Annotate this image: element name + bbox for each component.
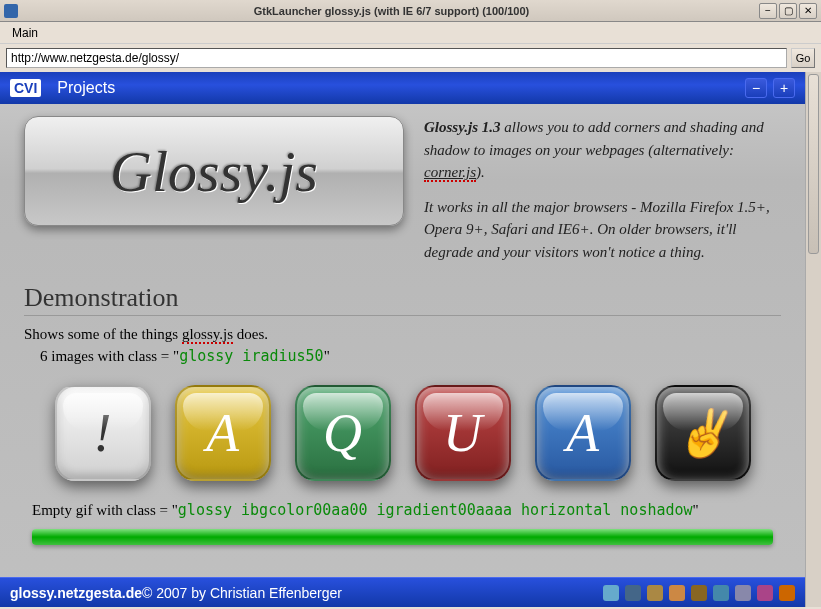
scrollbar-thumb[interactable] (808, 74, 819, 254)
tile-row: !AQUA✌ (24, 385, 781, 481)
social-icon-7[interactable] (757, 585, 773, 601)
social-icon-4[interactable] (691, 585, 707, 601)
intro-bold: Glossy.js 1.3 (424, 119, 501, 135)
demo-t6: " (693, 502, 699, 518)
collapse-button[interactable]: − (745, 78, 767, 98)
green-gradient-bar (32, 529, 773, 545)
demo-line3: Empty gif with class = "glossy ibgcolor0… (32, 501, 773, 519)
corner-js-link[interactable]: corner.js (424, 164, 476, 182)
demo-tile-4: A (535, 385, 631, 481)
social-icons (603, 585, 795, 601)
window-titlebar: GtkLauncher glossy.js (with IE 6/7 suppo… (0, 0, 821, 22)
close-button[interactable]: ✕ (799, 3, 817, 19)
demo-tile-0: ! (55, 385, 151, 481)
demo-tile-5: ✌ (655, 385, 751, 481)
menubar: Main (0, 22, 821, 44)
intro-row: Glossy.js Glossy.js 1.3 allows you to ad… (24, 116, 781, 263)
vertical-scrollbar[interactable] (805, 72, 821, 607)
go-button[interactable]: Go (791, 48, 815, 68)
window-title: GtkLauncher glossy.js (with IE 6/7 suppo… (24, 5, 759, 17)
social-icon-5[interactable] (713, 585, 729, 601)
main-content: Glossy.js Glossy.js 1.3 allows you to ad… (0, 104, 805, 557)
social-icon-2[interactable] (647, 585, 663, 601)
demo-t4: " (324, 348, 330, 364)
social-icon-8[interactable] (779, 585, 795, 601)
intro-text: Glossy.js 1.3 allows you to add corners … (424, 116, 781, 263)
page: CVI Projects − + Glossy.js Glossy.js 1.3… (0, 72, 805, 607)
minimize-button[interactable]: − (759, 3, 777, 19)
footer-domain: glossy.netzgesta.de (10, 585, 142, 601)
social-icon-0[interactable] (603, 585, 619, 601)
address-bar: Go (0, 44, 821, 72)
intro-t2: ). (476, 164, 485, 180)
glossy-logo-tile: Glossy.js (24, 116, 404, 226)
demo-t3: 6 images with class = " (40, 348, 179, 364)
footer-copyright: © 2007 by Christian Effenberger (142, 585, 342, 601)
site-footer: glossy.netzgesta.de © 2007 by Christian … (0, 577, 805, 607)
glossy-js-link[interactable]: glossy.js (182, 326, 233, 344)
maximize-button[interactable]: ▢ (779, 3, 797, 19)
social-icon-6[interactable] (735, 585, 751, 601)
demo-t5: Empty gif with class = " (32, 502, 178, 518)
demo-tile-2: Q (295, 385, 391, 481)
app-icon (4, 4, 18, 18)
demo-tile-1: A (175, 385, 271, 481)
social-icon-1[interactable] (625, 585, 641, 601)
site-header: CVI Projects − + (0, 72, 805, 104)
expand-button[interactable]: + (773, 78, 795, 98)
demo-t1: Shows some of the things (24, 326, 182, 342)
demo-t2: does. (233, 326, 268, 342)
demo-class2: glossy ibgcolor00aa00 igradient00aaaa ho… (178, 501, 693, 519)
demo-line2: 6 images with class = "glossy iradius50" (40, 347, 781, 365)
cvi-logo: CVI (10, 79, 41, 97)
glossy-logo-text: Glossy.js (110, 138, 318, 205)
menu-main[interactable]: Main (6, 24, 44, 42)
window-controls: − ▢ ✕ (759, 3, 817, 19)
projects-link[interactable]: Projects (57, 79, 115, 97)
social-icon-3[interactable] (669, 585, 685, 601)
demo-line1: Shows some of the things glossy.js does. (24, 326, 781, 343)
viewport: CVI Projects − + Glossy.js Glossy.js 1.3… (0, 72, 821, 607)
url-input[interactable] (6, 48, 787, 68)
demo-tile-3: U (415, 385, 511, 481)
intro-p2: It works in all the major browsers - Moz… (424, 196, 781, 264)
demonstration-heading: Demonstration (24, 283, 781, 316)
demo-class1: glossy iradius50 (179, 347, 324, 365)
